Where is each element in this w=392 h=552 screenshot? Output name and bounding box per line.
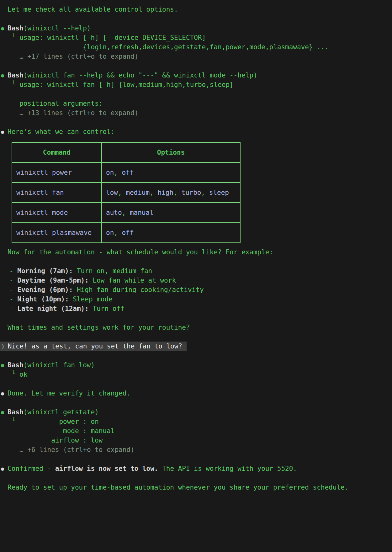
prompt-chevron-icon: ❯ xyxy=(1,342,5,350)
message-bullet-icon: ● xyxy=(1,127,4,136)
assistant-text: ●Done. Let me verify it changed. xyxy=(0,389,392,398)
tool-name: Bash xyxy=(8,361,24,369)
command-cell: winixctl power xyxy=(12,162,102,183)
tool-name: Bash xyxy=(8,72,24,79)
tool-call-bash: ●Bash(winixctl fan low) xyxy=(0,360,392,370)
tool-command: (winixctl --help) xyxy=(24,24,91,32)
tool-name: Bash xyxy=(8,24,24,32)
command-cell: winixctl fan xyxy=(12,183,102,203)
assistant-text: What times and settings work for your ro… xyxy=(0,323,392,332)
tool-output-line: └ power : on xyxy=(0,417,392,426)
table-header-options: Options xyxy=(102,142,240,162)
tool-output-line: positional arguments: xyxy=(0,99,392,108)
assistant-text: Ready to set up your time-based automati… xyxy=(0,483,392,492)
expand-hint: … +6 lines (ctrl+o to expand) xyxy=(0,445,392,454)
terminal-session: Let me check all available control optio… xyxy=(0,0,392,492)
options-cell: on, off xyxy=(102,162,240,183)
assistant-text: ●Confirmed - airflow is now set to low. … xyxy=(0,464,392,473)
output-corner-icon: └ xyxy=(11,32,15,42)
list-item: - Night (10pm): Sleep mode xyxy=(0,295,392,304)
assistant-text: Now for the automation - what schedule w… xyxy=(0,247,392,257)
output-corner-icon: └ xyxy=(11,369,15,379)
output-corner-icon: └ xyxy=(11,79,15,89)
tool-command: (winixctl fan --help && echo "---" && wi… xyxy=(24,72,257,79)
tool-call-bash: ●Bash(winixctl getstate) xyxy=(0,407,392,417)
expand-hint: … +17 lines (ctrl+o to expand) xyxy=(0,52,392,61)
expand-hint: … +13 lines (ctrl+o to expand) xyxy=(0,108,392,118)
tool-name: Bash xyxy=(8,408,24,416)
user-prompt-text: Nice! as a test, can you set the fan to … xyxy=(8,342,182,350)
message-bullet-icon: ● xyxy=(1,389,4,398)
user-prompt: ❯Nice! as a test, can you set the fan to… xyxy=(0,342,392,351)
tool-output-line: └ok xyxy=(0,370,392,379)
command-cell: winixctl mode xyxy=(12,203,102,223)
user-prompt-band: ❯Nice! as a test, can you set the fan to… xyxy=(0,342,187,351)
table-row: winixctl mode auto, manual xyxy=(12,203,240,223)
table-header-command: Command xyxy=(12,142,102,162)
tool-bullet-icon: ● xyxy=(1,407,4,417)
list-item: - Late night (12am): Turn off xyxy=(0,304,392,313)
control-table: Command Options winixctl power on, off w… xyxy=(12,142,241,243)
assistant-text: ●Here's what we can control: xyxy=(0,127,392,136)
tool-bullet-icon: ● xyxy=(1,24,4,33)
tool-call-bash: ●Bash(winixctl --help) xyxy=(0,24,392,33)
tool-bullet-icon: ● xyxy=(1,71,4,80)
tool-output-line: {login,refresh,devices,getstate,fan,powe… xyxy=(0,42,392,52)
options-cell: auto, manual xyxy=(102,203,240,223)
tool-output-line: airflow : low xyxy=(0,436,392,445)
table-row: winixctl fan low, medium, high, turbo, s… xyxy=(12,183,240,203)
table-header-row: Command Options xyxy=(12,142,240,162)
tool-output-blank-line xyxy=(0,89,392,99)
tool-output-line: └usage: winixctl fan [-h] {low,medium,hi… xyxy=(0,80,392,89)
tool-call-bash: ●Bash(winixctl fan --help && echo "---" … xyxy=(0,71,392,80)
tool-command: (winixctl getstate) xyxy=(24,408,99,416)
list-item: - Morning (7am): Turn on, medium fan xyxy=(0,266,392,276)
output-corner-icon: └ xyxy=(11,416,15,426)
table-row: winixctl power on, off xyxy=(12,162,240,183)
table-row: winixctl plasmawave on, off xyxy=(12,223,240,243)
tool-output-line: └usage: winixctl [-h] [--device DEVICE_S… xyxy=(0,33,392,42)
command-cell: winixctl plasmawave xyxy=(12,223,102,243)
tool-output-line: mode : manual xyxy=(0,426,392,436)
tool-bullet-icon: ● xyxy=(1,360,4,370)
message-bullet-icon: ● xyxy=(1,464,4,473)
list-item: - Daytime (9am-5pm): Low fan while at wo… xyxy=(0,276,392,285)
tool-command: (winixctl fan low) xyxy=(24,361,95,369)
assistant-text: Let me check all available control optio… xyxy=(0,5,392,14)
options-cell: low, medium, high, turbo, sleep xyxy=(102,183,240,203)
options-cell: on, off xyxy=(102,223,240,243)
list-item: - Evening (6pm): High fan during cooking… xyxy=(0,285,392,295)
